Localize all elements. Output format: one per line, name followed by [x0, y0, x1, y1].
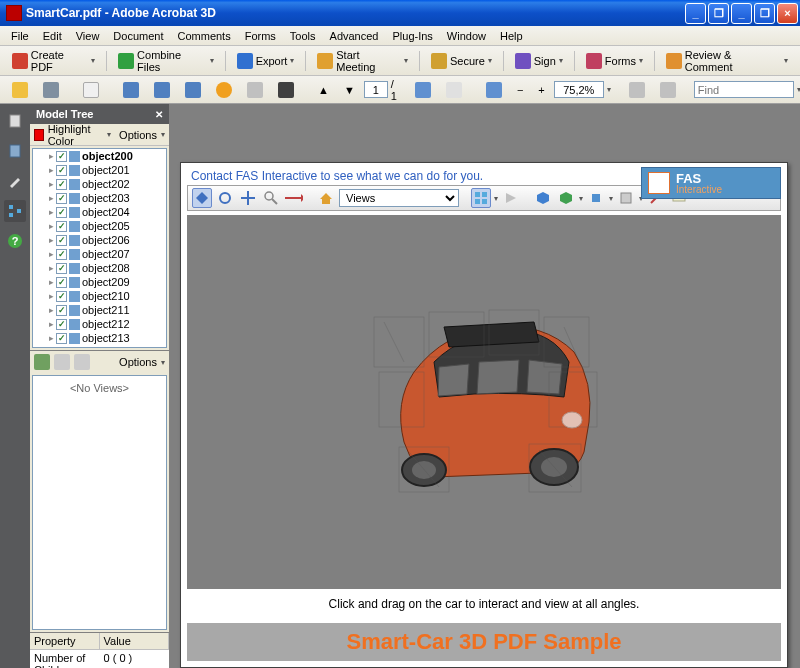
marquee-zoom-button[interactable] — [480, 78, 508, 102]
checkbox-icon[interactable]: ✓ — [56, 193, 67, 204]
checkbox-icon[interactable]: ✓ — [56, 347, 67, 349]
zoom-input[interactable] — [554, 81, 604, 98]
doc-minimize-button[interactable]: _ — [685, 3, 706, 24]
secure-button[interactable]: Secure▾ — [425, 49, 498, 73]
checkbox-icon[interactable]: ✓ — [56, 207, 67, 218]
zoom-in-button[interactable]: + — [532, 80, 550, 100]
checkbox-icon[interactable]: ✓ — [56, 333, 67, 344]
checkbox-icon[interactable]: ✓ — [56, 277, 67, 288]
review-comment-button[interactable]: Review & Comment▾ — [660, 45, 794, 77]
menu-view[interactable]: View — [69, 28, 107, 44]
menu-document[interactable]: Document — [106, 28, 170, 44]
tree-item[interactable]: ▸✓object211 — [33, 303, 166, 317]
tree-item[interactable]: ▸✓object214 — [33, 345, 166, 348]
tool-b-button[interactable] — [148, 78, 176, 102]
hand-tool-button[interactable] — [440, 78, 468, 102]
open-button[interactable] — [6, 78, 34, 102]
menu-help[interactable]: Help — [493, 28, 530, 44]
close-button[interactable]: × — [777, 3, 798, 24]
home-button[interactable] — [316, 188, 336, 208]
tree-item[interactable]: ▸✓object209 — [33, 275, 166, 289]
bg-color-button[interactable] — [616, 188, 636, 208]
views-icon2[interactable] — [54, 354, 70, 370]
tool-d-button[interactable] — [241, 78, 269, 102]
create-pdf-button[interactable]: Create PDF▾ — [6, 45, 101, 77]
prev-page-button[interactable]: ▲ — [312, 80, 335, 100]
measure-tool[interactable] — [284, 188, 304, 208]
object-tree[interactable]: ▸✓object200▸✓object201▸✓object202▸✓objec… — [32, 148, 167, 348]
page-input[interactable] — [364, 81, 388, 98]
sign-button[interactable]: Sign▾ — [509, 49, 569, 73]
model-tree-tab[interactable] — [4, 200, 26, 222]
cross-section-button[interactable] — [556, 188, 576, 208]
checkbox-icon[interactable]: ✓ — [56, 291, 67, 302]
3d-canvas[interactable] — [187, 215, 781, 589]
views-icon3[interactable] — [74, 354, 90, 370]
views-icon[interactable] — [34, 354, 50, 370]
checkbox-icon[interactable]: ✓ — [56, 263, 67, 274]
menu-window[interactable]: Window — [440, 28, 493, 44]
export-button[interactable]: Export▾ — [231, 49, 301, 73]
print-button[interactable] — [37, 78, 65, 102]
checkbox-icon[interactable]: ✓ — [56, 249, 67, 260]
pan-tool[interactable] — [215, 188, 235, 208]
highlight-dropdown[interactable]: ▾ — [107, 130, 111, 139]
checkbox-icon[interactable]: ✓ — [56, 235, 67, 246]
tree-item[interactable]: ▸✓object204 — [33, 205, 166, 219]
tree-item[interactable]: ▸✓object210 — [33, 289, 166, 303]
tree-item[interactable]: ▸✓object212 — [33, 317, 166, 331]
bookmarks-tab[interactable] — [4, 140, 26, 162]
model-button[interactable] — [533, 188, 553, 208]
views-list[interactable]: <No Views> — [32, 375, 167, 630]
next-page-button[interactable]: ▼ — [338, 80, 361, 100]
forms-button[interactable]: Forms▾ — [580, 49, 649, 73]
doc-maximize-button[interactable]: ❐ — [708, 3, 729, 24]
options-label[interactable]: Options — [119, 129, 157, 141]
fit-page-button[interactable] — [623, 78, 651, 102]
menu-advanced[interactable]: Advanced — [323, 28, 386, 44]
menu-tools[interactable]: Tools — [283, 28, 323, 44]
prop-col-value[interactable]: Value — [100, 633, 170, 649]
tool-c-button[interactable] — [179, 78, 207, 102]
menu-edit[interactable]: Edit — [36, 28, 69, 44]
help-tab[interactable]: ? — [4, 230, 26, 252]
views-options[interactable]: Options — [119, 356, 157, 368]
lighting-button[interactable] — [586, 188, 606, 208]
tree-item[interactable]: ▸✓object213 — [33, 331, 166, 345]
render-mode-button[interactable] — [471, 188, 491, 208]
camera-button[interactable] — [272, 78, 300, 102]
checkbox-icon[interactable]: ✓ — [56, 165, 67, 176]
tree-item[interactable]: ▸✓object206 — [33, 233, 166, 247]
zoom-out-button[interactable]: − — [511, 80, 529, 100]
highlight-color-swatch[interactable] — [34, 129, 44, 141]
fit-width-button[interactable] — [654, 78, 682, 102]
email-button[interactable] — [77, 78, 105, 102]
tree-item[interactable]: ▸✓object203 — [33, 191, 166, 205]
checkbox-icon[interactable]: ✓ — [56, 221, 67, 232]
panel-close-button[interactable]: ✕ — [155, 109, 163, 120]
checkbox-icon[interactable]: ✓ — [56, 319, 67, 330]
play-button[interactable] — [501, 188, 521, 208]
combine-files-button[interactable]: Combine Files▾ — [112, 45, 219, 77]
zoom-tool[interactable] — [261, 188, 281, 208]
start-meeting-button[interactable]: Start Meeting▾ — [311, 45, 414, 77]
move-tool[interactable] — [238, 188, 258, 208]
checkbox-icon[interactable]: ✓ — [56, 179, 67, 190]
rotate-tool[interactable] — [192, 188, 212, 208]
maximize-button[interactable]: ❐ — [754, 3, 775, 24]
checkbox-icon[interactable]: ✓ — [56, 305, 67, 316]
menu-file[interactable]: File — [4, 28, 36, 44]
tree-item[interactable]: ▸✓object208 — [33, 261, 166, 275]
sun-button[interactable] — [210, 78, 238, 102]
tree-item[interactable]: ▸✓object200 — [33, 149, 166, 163]
find-input[interactable] — [694, 81, 794, 98]
pages-tab[interactable] — [4, 110, 26, 132]
signatures-tab[interactable] — [4, 170, 26, 192]
tree-item[interactable]: ▸✓object205 — [33, 219, 166, 233]
tool-a-button[interactable] — [117, 78, 145, 102]
tree-item[interactable]: ▸✓object207 — [33, 247, 166, 261]
prop-col-property[interactable]: Property — [30, 633, 100, 649]
menu-plugins[interactable]: Plug-Ins — [385, 28, 439, 44]
tree-item[interactable]: ▸✓object202 — [33, 177, 166, 191]
tree-item[interactable]: ▸✓object201 — [33, 163, 166, 177]
